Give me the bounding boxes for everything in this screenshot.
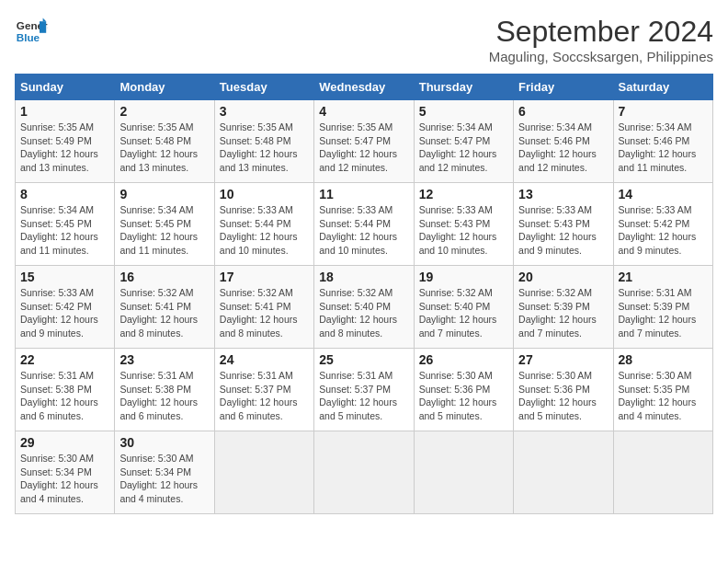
calendar-cell: 23Sunrise: 5:31 AM Sunset: 5:38 PM Dayli…: [115, 349, 214, 431]
calendar-cell: 3Sunrise: 5:35 AM Sunset: 5:48 PM Daylig…: [214, 100, 313, 183]
day-info: Sunrise: 5:31 AM Sunset: 5:38 PM Dayligh…: [119, 369, 209, 423]
logo: General Blue: [15, 15, 48, 48]
day-number: 23: [119, 352, 209, 367]
day-info: Sunrise: 5:33 AM Sunset: 5:43 PM Dayligh…: [419, 203, 508, 258]
calendar-cell: 30Sunrise: 5:30 AM Sunset: 5:34 PM Dayli…: [115, 431, 214, 514]
calendar-cell: [314, 431, 414, 514]
calendar-cell: 18Sunrise: 5:32 AM Sunset: 5:40 PM Dayli…: [314, 266, 414, 349]
day-info: Sunrise: 5:30 AM Sunset: 5:34 PM Dayligh…: [20, 452, 109, 506]
day-info: Sunrise: 5:34 AM Sunset: 5:45 PM Dayligh…: [20, 203, 109, 258]
day-number: 25: [319, 352, 408, 367]
calendar-table: SundayMondayTuesdayWednesdayThursdayFrid…: [15, 74, 713, 514]
calendar-cell: 9Sunrise: 5:34 AM Sunset: 5:45 PM Daylig…: [115, 183, 214, 266]
day-number: 27: [518, 352, 608, 367]
day-info: Sunrise: 5:32 AM Sunset: 5:40 PM Dayligh…: [319, 286, 408, 340]
weekday-header-tuesday: Tuesday: [214, 75, 313, 100]
day-number: 22: [20, 352, 109, 367]
day-info: Sunrise: 5:34 AM Sunset: 5:47 PM Dayligh…: [419, 121, 508, 175]
calendar-cell: 1Sunrise: 5:35 AM Sunset: 5:49 PM Daylig…: [16, 100, 115, 183]
calendar-cell: 22Sunrise: 5:31 AM Sunset: 5:38 PM Dayli…: [16, 349, 115, 431]
day-number: 21: [619, 270, 708, 284]
calendar-cell: 27Sunrise: 5:30 AM Sunset: 5:36 PM Dayli…: [514, 349, 613, 431]
day-info: Sunrise: 5:33 AM Sunset: 5:44 PM Dayligh…: [319, 203, 408, 258]
calendar-week-2: 8Sunrise: 5:34 AM Sunset: 5:45 PM Daylig…: [16, 183, 713, 266]
day-info: Sunrise: 5:33 AM Sunset: 5:42 PM Dayligh…: [20, 286, 109, 340]
day-number: 2: [119, 104, 209, 119]
calendar-cell: 5Sunrise: 5:34 AM Sunset: 5:47 PM Daylig…: [414, 100, 513, 183]
calendar-cell: 15Sunrise: 5:33 AM Sunset: 5:42 PM Dayli…: [16, 266, 115, 349]
calendar-cell: 2Sunrise: 5:35 AM Sunset: 5:48 PM Daylig…: [115, 100, 214, 183]
day-info: Sunrise: 5:35 AM Sunset: 5:47 PM Dayligh…: [319, 121, 408, 175]
calendar-cell: 7Sunrise: 5:34 AM Sunset: 5:46 PM Daylig…: [613, 100, 712, 183]
day-number: 19: [419, 270, 508, 284]
day-number: 5: [419, 104, 508, 119]
weekday-header-wednesday: Wednesday: [314, 75, 414, 100]
day-info: Sunrise: 5:31 AM Sunset: 5:38 PM Dayligh…: [20, 369, 109, 423]
day-number: 6: [518, 104, 608, 119]
calendar-cell: 26Sunrise: 5:30 AM Sunset: 5:36 PM Dayli…: [414, 349, 513, 431]
day-info: Sunrise: 5:34 AM Sunset: 5:46 PM Dayligh…: [619, 121, 708, 175]
page-header: General Blue September 2024 Maguling, So…: [15, 15, 713, 64]
calendar-week-5: 29Sunrise: 5:30 AM Sunset: 5:34 PM Dayli…: [16, 431, 713, 514]
calendar-subtitle: Maguling, Soccsksargen, Philippines: [489, 49, 713, 64]
day-info: Sunrise: 5:34 AM Sunset: 5:45 PM Dayligh…: [119, 203, 209, 258]
calendar-cell: 21Sunrise: 5:31 AM Sunset: 5:39 PM Dayli…: [613, 266, 712, 349]
svg-marker-2: [40, 21, 46, 33]
calendar-cell: 19Sunrise: 5:32 AM Sunset: 5:40 PM Dayli…: [414, 266, 513, 349]
day-number: 29: [20, 435, 109, 450]
day-number: 12: [419, 187, 508, 201]
weekday-header-sunday: Sunday: [16, 75, 115, 100]
calendar-cell: [414, 431, 513, 514]
calendar-cell: 17Sunrise: 5:32 AM Sunset: 5:41 PM Dayli…: [214, 266, 313, 349]
day-number: 1: [20, 104, 109, 119]
day-number: 17: [220, 270, 309, 284]
day-number: 13: [518, 187, 608, 201]
day-info: Sunrise: 5:30 AM Sunset: 5:34 PM Dayligh…: [119, 452, 209, 506]
calendar-cell: 12Sunrise: 5:33 AM Sunset: 5:43 PM Dayli…: [414, 183, 513, 266]
weekday-header-friday: Friday: [514, 75, 613, 100]
day-info: Sunrise: 5:32 AM Sunset: 5:39 PM Dayligh…: [518, 286, 608, 340]
day-info: Sunrise: 5:31 AM Sunset: 5:37 PM Dayligh…: [319, 369, 408, 423]
calendar-cell: 16Sunrise: 5:32 AM Sunset: 5:41 PM Dayli…: [115, 266, 214, 349]
calendar-title: September 2024: [489, 15, 713, 49]
day-number: 30: [119, 435, 209, 450]
calendar-cell: [514, 431, 613, 514]
calendar-cell: 11Sunrise: 5:33 AM Sunset: 5:44 PM Dayli…: [314, 183, 414, 266]
day-number: 3: [220, 104, 309, 119]
calendar-cell: 6Sunrise: 5:34 AM Sunset: 5:46 PM Daylig…: [514, 100, 613, 183]
calendar-cell: 20Sunrise: 5:32 AM Sunset: 5:39 PM Dayli…: [514, 266, 613, 349]
day-info: Sunrise: 5:32 AM Sunset: 5:41 PM Dayligh…: [220, 286, 309, 340]
calendar-cell: 25Sunrise: 5:31 AM Sunset: 5:37 PM Dayli…: [314, 349, 414, 431]
day-number: 11: [319, 187, 408, 201]
weekday-header-row: SundayMondayTuesdayWednesdayThursdayFrid…: [16, 75, 713, 100]
day-info: Sunrise: 5:35 AM Sunset: 5:49 PM Dayligh…: [20, 121, 109, 175]
day-info: Sunrise: 5:32 AM Sunset: 5:41 PM Dayligh…: [119, 286, 209, 340]
day-number: 4: [319, 104, 408, 119]
day-info: Sunrise: 5:30 AM Sunset: 5:36 PM Dayligh…: [518, 369, 608, 423]
calendar-week-4: 22Sunrise: 5:31 AM Sunset: 5:38 PM Dayli…: [16, 349, 713, 431]
title-section: September 2024 Maguling, Soccsksargen, P…: [489, 15, 713, 64]
day-number: 9: [119, 187, 209, 201]
day-number: 7: [619, 104, 708, 119]
calendar-week-1: 1Sunrise: 5:35 AM Sunset: 5:49 PM Daylig…: [16, 100, 713, 183]
calendar-cell: [613, 431, 712, 514]
day-info: Sunrise: 5:33 AM Sunset: 5:42 PM Dayligh…: [619, 203, 708, 258]
day-number: 14: [619, 187, 708, 201]
day-number: 24: [220, 352, 309, 367]
calendar-cell: 10Sunrise: 5:33 AM Sunset: 5:44 PM Dayli…: [214, 183, 313, 266]
calendar-cell: 29Sunrise: 5:30 AM Sunset: 5:34 PM Dayli…: [16, 431, 115, 514]
svg-text:Blue: Blue: [17, 31, 40, 43]
day-number: 26: [419, 352, 508, 367]
calendar-cell: 8Sunrise: 5:34 AM Sunset: 5:45 PM Daylig…: [16, 183, 115, 266]
day-info: Sunrise: 5:33 AM Sunset: 5:44 PM Dayligh…: [220, 203, 309, 258]
day-number: 15: [20, 270, 109, 284]
day-number: 18: [319, 270, 408, 284]
weekday-header-thursday: Thursday: [414, 75, 513, 100]
calendar-cell: [214, 431, 313, 514]
day-number: 16: [119, 270, 209, 284]
calendar-cell: 13Sunrise: 5:33 AM Sunset: 5:43 PM Dayli…: [514, 183, 613, 266]
day-number: 8: [20, 187, 109, 201]
day-info: Sunrise: 5:30 AM Sunset: 5:36 PM Dayligh…: [419, 369, 508, 423]
logo-icon: General Blue: [15, 15, 48, 48]
calendar-cell: 24Sunrise: 5:31 AM Sunset: 5:37 PM Dayli…: [214, 349, 313, 431]
